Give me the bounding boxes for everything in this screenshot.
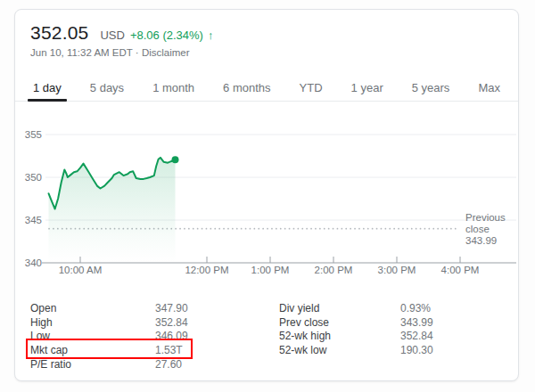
stat-label: 52-wk high (279, 330, 331, 342)
stat-label: 52-wk low (279, 344, 326, 356)
stat-value: 347.90 (155, 302, 188, 314)
price-change: +8.06 (2.34%) (130, 29, 203, 42)
tab-max[interactable]: Max (473, 76, 506, 101)
stat-label: Open (30, 302, 56, 314)
price-area-fill (49, 158, 176, 263)
stats-table-left: Open 347.90 High 352.84 Low 346.09 Mkt c… (30, 301, 209, 371)
tab-5-years[interactable]: 5 years (407, 76, 456, 101)
y-axis-label: 350 (25, 172, 42, 183)
stock-quote-card: 352.05 USD +8.06 (2.34%) ↑ Jun 10, 11:32… (14, 9, 519, 381)
tab-1-month[interactable]: 1 month (147, 76, 200, 101)
quote-datetime: Jun 10, 11:32 AM EDT (30, 47, 133, 58)
x-axis-label: 3:00 PM (378, 265, 416, 275)
stat-row-high: High 352.84 (30, 315, 209, 330)
stat-label: Mkt cap (30, 344, 68, 356)
tab-5-days[interactable]: 5 days (85, 76, 129, 101)
price-row: 352.05 USD +8.06 (2.34%) ↑ (30, 22, 213, 44)
x-axis-label: 12:00 PM (185, 265, 228, 275)
stat-label: Div yield (279, 302, 319, 314)
stat-row-52wk-low: 52-wk low 190.30 (279, 343, 502, 357)
y-axis-label: 340 (25, 257, 42, 268)
stat-row-open: Open 347.90 (30, 301, 209, 315)
stats-table-right: Div yield 0.93% Prev close 343.99 52-wk … (279, 301, 502, 357)
y-axis-label: 345 (25, 215, 42, 225)
y-axis-label: 355 (25, 129, 42, 140)
stat-row-low: Low 346.09 (30, 329, 209, 343)
stat-row-div-yield: Div yield 0.93% (279, 301, 502, 315)
disclaimer-link[interactable]: Disclaimer (142, 47, 190, 58)
stat-value: 346.09 (155, 330, 188, 342)
x-axis-label: 2:00 PM (315, 265, 353, 275)
stat-value: 0.93% (400, 302, 431, 314)
price-chart-svg[interactable]: 35535034534010:00 AM12:00 PM1:00 PM2:00 … (15, 121, 518, 277)
price-chart[interactable]: 35535034534010:00 AM12:00 PM1:00 PM2:00 … (15, 121, 518, 277)
stat-row-pe-ratio: P/E ratio 27.60 (30, 357, 209, 372)
x-axis-label: 1:00 PM (251, 265, 290, 275)
stat-value: 1.53T (155, 344, 183, 356)
tab-6-months[interactable]: 6 months (218, 76, 276, 101)
subtitle-separator: · (133, 47, 142, 58)
stat-value: 27.60 (155, 358, 182, 371)
stat-label: Low (30, 330, 50, 342)
tab-1-year[interactable]: 1 year (346, 76, 389, 101)
x-axis-label: 4:00 PM (441, 265, 480, 275)
tab-ytd[interactable]: YTD (294, 76, 328, 101)
stat-label: Prev close (279, 316, 329, 329)
quote-subtitle: Jun 10, 11:32 AM EDT · Disclaimer (30, 47, 213, 58)
previous-close-annotation: Previous (465, 212, 506, 223)
current-price: 352.05 (30, 22, 88, 44)
stat-label: High (30, 316, 53, 329)
stat-value: 190.30 (400, 344, 433, 356)
stat-value: 352.84 (155, 316, 188, 329)
tab-1-day[interactable]: 1 day (28, 76, 67, 101)
time-range-tabbar: 1 day 5 days 1 month 6 months YTD 1 year… (15, 76, 518, 102)
currency-label: USD (100, 29, 124, 42)
x-axis-label: 10:00 AM (59, 265, 103, 275)
stat-value: 343.99 (400, 316, 433, 329)
quote-header: 352.05 USD +8.06 (2.34%) ↑ Jun 10, 11:32… (30, 22, 213, 58)
current-price-dot (172, 156, 179, 163)
stat-label: P/E ratio (30, 358, 71, 371)
stat-row-prev-close: Prev close 343.99 (279, 315, 502, 330)
previous-close-annotation: close (465, 224, 490, 234)
up-arrow-icon: ↑ (208, 29, 214, 42)
stat-row-mkt-cap: Mkt cap 1.53T (30, 343, 209, 357)
stat-value: 352.84 (400, 330, 433, 342)
stat-row-52wk-high: 52-wk high 352.84 (279, 329, 502, 343)
previous-close-annotation: 343.99 (465, 235, 497, 246)
